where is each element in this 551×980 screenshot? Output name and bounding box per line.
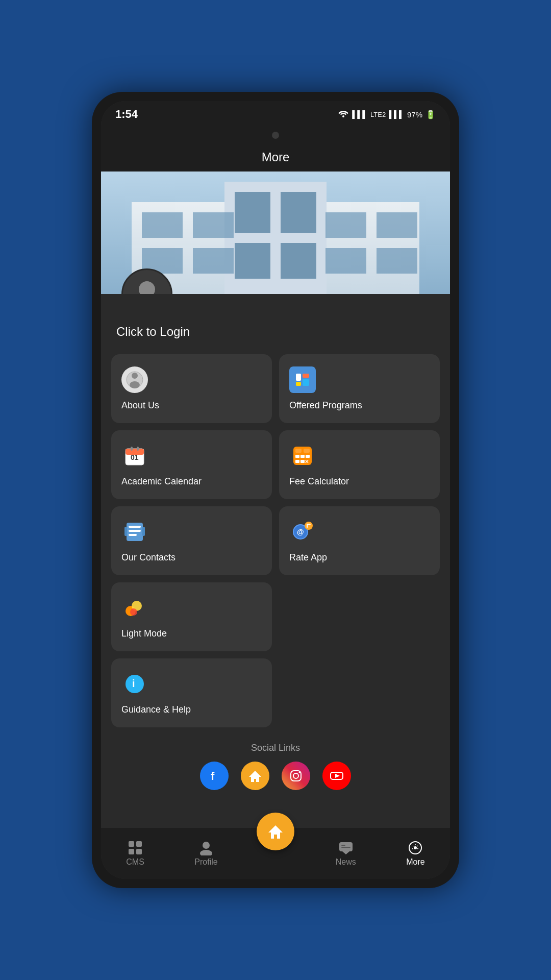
menu-item-fee-calculator[interactable]: ✕ Fee Calculator	[279, 430, 440, 499]
youtube-svg-icon	[330, 769, 344, 783]
about-us-svg-icon	[126, 371, 144, 389]
svg-point-69	[203, 842, 210, 849]
app-header: More	[101, 143, 450, 172]
nav-item-profile[interactable]: Profile	[184, 836, 228, 871]
lte-label: LTE2	[370, 111, 386, 118]
svg-rect-35	[300, 455, 305, 458]
svg-rect-42	[129, 530, 141, 532]
about-us-icon	[121, 366, 148, 393]
svg-rect-65	[129, 841, 134, 847]
more-nav-icon	[408, 840, 423, 855]
svg-marker-63	[335, 774, 340, 778]
instagram-icon[interactable]	[282, 762, 310, 790]
light-mode-svg-icon	[123, 597, 146, 619]
svg-rect-7	[193, 248, 234, 274]
svg-rect-43	[129, 534, 137, 536]
svg-rect-11	[281, 243, 316, 279]
fee-calculator-svg-icon: ✕	[291, 445, 314, 467]
facebook-icon[interactable]: f	[200, 762, 229, 790]
light-mode-icon	[121, 595, 148, 621]
svg-point-19	[132, 373, 138, 379]
svg-rect-34	[295, 455, 299, 458]
academic-calendar-label: Academic Calendar	[121, 476, 262, 487]
svg-rect-33	[304, 449, 310, 453]
svg-rect-4	[142, 212, 183, 238]
svg-rect-24	[303, 374, 309, 378]
svg-rect-22	[296, 374, 301, 381]
svg-rect-8	[235, 192, 270, 233]
user-info-section: Click to Login	[101, 294, 450, 349]
svg-text:01: 01	[131, 453, 139, 461]
news-nav-icon	[338, 840, 354, 855]
svg-text:✕: ✕	[305, 459, 309, 464]
svg-rect-50	[307, 524, 311, 525]
svg-rect-15	[377, 248, 417, 274]
battery-icon: 🔋	[425, 110, 436, 119]
news-nav-label: News	[336, 857, 356, 867]
menu-item-rate-app[interactable]: @ Rate App	[279, 506, 440, 575]
menu-item-light-mode[interactable]: Light Mode	[111, 582, 272, 651]
menu-item-guidance-help[interactable]: i Guidance & Help	[111, 658, 272, 727]
light-mode-label: Light Mode	[121, 628, 262, 639]
svg-rect-41	[129, 526, 141, 528]
profile-nav-label: Profile	[194, 857, 217, 867]
svg-text:i: i	[132, 678, 135, 689]
svg-rect-44	[124, 527, 127, 536]
svg-rect-68	[136, 849, 142, 854]
nav-item-cms[interactable]: CMS	[116, 836, 155, 871]
svg-rect-37	[295, 460, 299, 463]
content-area: Click to Login About Us	[101, 172, 450, 828]
page-title: More	[262, 150, 290, 164]
svg-point-61	[299, 772, 300, 773]
cms-nav-label: CMS	[126, 857, 144, 867]
instagram-svg-icon	[289, 769, 303, 783]
home-svg-icon	[248, 769, 262, 783]
fee-calculator-label: Fee Calculator	[289, 476, 430, 487]
svg-rect-32	[295, 449, 302, 453]
phone-frame: 1:54 ▌▌▌ LTE2 ▌▌▌ 97% 🔋	[92, 92, 459, 888]
social-links-section: Social Links f	[101, 738, 450, 800]
svg-rect-45	[142, 527, 145, 536]
svg-rect-12	[325, 212, 366, 238]
svg-point-0	[342, 115, 344, 117]
svg-rect-25	[303, 379, 309, 386]
rate-app-icon: @	[289, 519, 316, 545]
offered-programs-label: Offered Programs	[289, 400, 430, 411]
battery-level: 97%	[407, 110, 422, 119]
menu-item-offered-programs[interactable]: Offered Programs	[279, 354, 440, 423]
svg-point-76	[414, 846, 417, 849]
svg-rect-38	[300, 460, 305, 463]
avatar[interactable]	[121, 268, 172, 294]
svg-rect-73	[341, 845, 345, 846]
social-icons-row: f	[111, 762, 440, 790]
menu-item-our-contacts[interactable]: Our Contacts	[111, 506, 272, 575]
menu-item-academic-calendar[interactable]: 01 Academic Calendar	[111, 430, 272, 499]
youtube-icon[interactable]	[322, 762, 351, 790]
programs-svg-icon	[291, 369, 314, 391]
camera-notch	[101, 128, 450, 143]
svg-point-70	[200, 850, 212, 855]
banner-section	[101, 172, 450, 294]
home-social-icon[interactable]	[241, 762, 269, 790]
avatar-container[interactable]	[121, 268, 172, 294]
nav-item-more[interactable]: More	[396, 836, 435, 871]
offered-programs-icon	[289, 366, 316, 393]
home-fab-button[interactable]	[257, 813, 294, 850]
profile-nav-icon	[198, 840, 214, 855]
nav-item-news[interactable]: News	[325, 836, 366, 871]
guidance-help-label: Guidance & Help	[121, 704, 262, 715]
svg-point-54	[130, 608, 137, 616]
our-contacts-icon	[121, 519, 148, 545]
svg-point-20	[130, 381, 140, 388]
svg-rect-74	[341, 847, 350, 848]
menu-item-about-us[interactable]: About Us	[111, 354, 272, 423]
signal2-icon: ▌▌▌	[389, 110, 404, 118]
login-prompt[interactable]: Click to Login	[116, 325, 190, 338]
social-links-title: Social Links	[111, 743, 440, 753]
svg-text:@: @	[297, 528, 304, 536]
svg-rect-66	[136, 841, 142, 847]
svg-rect-36	[306, 455, 310, 458]
svg-rect-9	[281, 192, 316, 233]
phone-screen: 1:54 ▌▌▌ LTE2 ▌▌▌ 97% 🔋	[101, 101, 450, 879]
facebook-svg-icon: f	[207, 769, 221, 783]
